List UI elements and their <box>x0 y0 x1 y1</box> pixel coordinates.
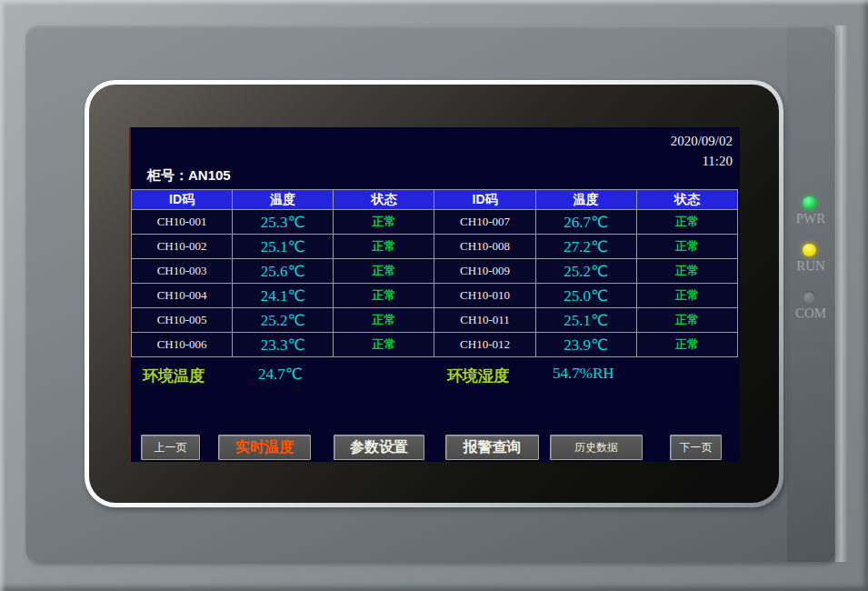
channel-id: CH10-009 <box>434 259 535 284</box>
channel-id: CH10-008 <box>434 235 535 259</box>
channel-temp: 25.6℃ <box>233 259 334 284</box>
ambient-temp-label: 环境温度 <box>143 366 205 386</box>
datetime-block: 2020/09/02 11:20 <box>671 131 733 171</box>
channel-table: ID码 温度 状态 ID码 温度 状态 CH10-001 <box>131 189 738 357</box>
run-led-icon <box>803 244 816 256</box>
channel-id: CH10-007 <box>434 210 535 235</box>
hmi-screenshot: 2020/09/02 11:20 柜号：AN105 ID码 温度 状态 ID码 <box>0 0 868 591</box>
ambient-temp-value: 24.7℃ <box>258 365 303 384</box>
power-led-label: PWR <box>787 211 834 226</box>
channel-temp: 25.1℃ <box>233 235 334 259</box>
prev-page-button[interactable]: 上一页 <box>141 435 200 460</box>
table-row: CH10-005 25.2℃ 正常 CH10-011 25.1℃ 正常 <box>132 308 738 333</box>
col-header-id-right: ID码 <box>434 190 535 210</box>
device-outer-case: 2020/09/02 11:20 柜号：AN105 ID码 温度 状态 ID码 <box>0 0 868 591</box>
next-page-button[interactable]: 下一页 <box>670 435 722 460</box>
channel-status: 正常 <box>334 333 434 357</box>
col-header-id-left: ID码 <box>132 190 233 210</box>
channel-temp: 25.0℃ <box>535 284 636 308</box>
col-header-status-left: 状态 <box>334 190 434 210</box>
ambient-humidity-label: 环境湿度 <box>447 366 509 386</box>
table-row: CH10-001 25.3℃ 正常 CH10-007 26.7℃ 正常 <box>132 210 738 235</box>
channel-status: 正常 <box>636 333 737 357</box>
channel-temp: 25.1℃ <box>535 308 636 333</box>
col-header-temp-right: 温度 <box>535 190 636 210</box>
channel-id: CH10-011 <box>434 308 535 333</box>
channel-status: 正常 <box>636 284 737 308</box>
channel-status: 正常 <box>334 210 434 235</box>
run-led-label: RUN <box>787 258 834 274</box>
screen-glass: 2020/09/02 11:20 柜号：AN105 ID码 温度 状态 ID码 <box>89 85 779 503</box>
case-right-bevel <box>835 25 847 562</box>
power-led-icon <box>803 196 816 209</box>
channel-temp: 26.7℃ <box>535 210 636 235</box>
channel-id: CH10-002 <box>132 235 233 259</box>
com-led-label: COM <box>787 306 834 321</box>
channel-id: CH10-010 <box>434 284 535 308</box>
channel-temp: 27.2℃ <box>535 235 636 259</box>
device-front-panel: 2020/09/02 11:20 柜号：AN105 ID码 温度 状态 ID码 <box>25 25 836 562</box>
time-text: 11:20 <box>671 151 733 171</box>
channel-status: 正常 <box>334 308 434 333</box>
channel-temp: 25.3℃ <box>233 210 334 235</box>
channel-status: 正常 <box>334 235 434 259</box>
table-row: CH10-002 25.1℃ 正常 CH10-008 27.2℃ 正常 <box>132 235 738 259</box>
alarm-query-button[interactable]: 报警查询 <box>445 435 539 460</box>
col-header-temp-left: 温度 <box>233 190 334 210</box>
realtime-temp-tab-button[interactable]: 实时温度 <box>218 435 311 460</box>
date-text: 2020/09/02 <box>671 131 733 151</box>
col-header-status-right: 状态 <box>636 190 737 210</box>
channel-temp: 23.3℃ <box>233 333 334 357</box>
com-led-icon <box>803 291 816 304</box>
channel-status: 正常 <box>636 210 737 235</box>
channel-id: CH10-001 <box>132 210 233 235</box>
channel-status: 正常 <box>636 259 737 284</box>
channel-status: 正常 <box>636 308 737 333</box>
channel-temp: 25.2℃ <box>535 259 636 284</box>
channel-temp: 25.2℃ <box>233 308 334 333</box>
table-row: CH10-004 24.1℃ 正常 CH10-010 25.0℃ 正常 <box>132 284 738 308</box>
history-data-button[interactable]: 历史数据 <box>550 435 643 460</box>
channel-id: CH10-003 <box>132 259 233 284</box>
table-row: CH10-006 23.3℃ 正常 CH10-012 23.9℃ 正常 <box>132 333 738 357</box>
parameter-settings-button[interactable]: 参数设置 <box>334 435 424 460</box>
channel-id: CH10-012 <box>434 333 535 357</box>
channel-status: 正常 <box>334 259 434 284</box>
channel-temp: 24.1℃ <box>233 284 334 308</box>
table-row: CH10-003 25.6℃ 正常 CH10-009 25.2℃ 正常 <box>132 259 738 284</box>
screen-bezel-rim: 2020/09/02 11:20 柜号：AN105 ID码 温度 状态 ID码 <box>85 80 783 507</box>
lcd-display: 2020/09/02 11:20 柜号：AN105 ID码 温度 状态 ID码 <box>129 127 740 462</box>
cabinet-id-label: 柜号：AN105 <box>147 167 231 185</box>
ambient-humidity-value: 54.7%RH <box>553 365 614 383</box>
channel-status: 正常 <box>636 235 737 259</box>
led-indicator-strip: PWR RUN COM <box>787 25 834 562</box>
channel-id: CH10-004 <box>132 284 233 308</box>
channel-status: 正常 <box>334 284 434 308</box>
channel-id: CH10-005 <box>132 308 233 333</box>
channel-id: CH10-006 <box>132 333 233 357</box>
table-header-row: ID码 温度 状态 ID码 温度 状态 <box>132 190 738 210</box>
channel-temp: 23.9℃ <box>535 333 636 357</box>
